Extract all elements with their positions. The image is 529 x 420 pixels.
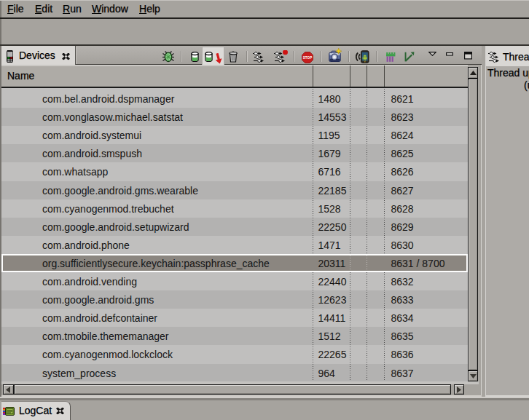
svg-text:STOP: STOP [303,56,312,60]
